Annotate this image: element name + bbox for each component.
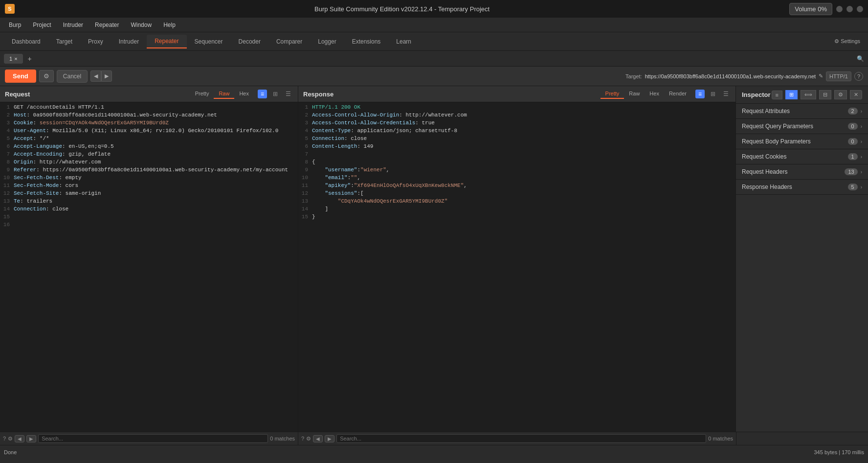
resp-view-toggle1[interactable]: ≡ [695, 90, 705, 98]
resp-tab-hex[interactable]: Hex [645, 89, 664, 99]
req-hdrs-label: Request Headers [742, 168, 787, 175]
main-tabbar: Dashboard Target Proxy Intruder Repeater… [0, 32, 868, 51]
req-tab-hex[interactable]: Hex [234, 89, 254, 99]
close-tab-icon[interactable]: × [14, 56, 17, 62]
search-btn[interactable]: 🔍 [857, 55, 864, 62]
http-version[interactable]: HTTP/1 [826, 71, 851, 81]
inspector-section-request-body-params[interactable]: Request Body Parameters 0 › [736, 134, 868, 149]
gear-button[interactable]: ⚙ [39, 70, 54, 82]
menu-project[interactable]: Project [28, 20, 56, 30]
insp-close-btn[interactable]: ✕ [850, 90, 862, 99]
req-view-toggle3[interactable]: ☰ [284, 90, 293, 98]
req-attr-chevron: › [861, 109, 862, 114]
resp-line-14: 14 ] [298, 206, 735, 214]
request-search-input[interactable] [38, 434, 268, 443]
volume-popup: Volume 0% [789, 3, 832, 15]
resp-line-5: 5 Connection: close [298, 136, 735, 143]
inspector-section-request-headers[interactable]: Request Headers 13 › [736, 164, 868, 180]
req-line-5: 5 Accept: */* [0, 136, 298, 143]
repeater-tab-1[interactable]: 1 × [4, 54, 23, 64]
tab-sequencer[interactable]: Sequencer [187, 35, 231, 48]
request-tabs: Pretty Raw Hex [190, 89, 254, 99]
req-search-gear[interactable]: ⚙ [8, 436, 13, 442]
resp-line-13: 13 "CDqYAOk4wNdOQesrExGAR5YMI9BUrd0Z" [298, 198, 735, 206]
tab-learn[interactable]: Learn [388, 35, 419, 48]
req-search-next[interactable]: ▶ [26, 435, 36, 442]
req-tab-pretty[interactable]: Pretty [190, 89, 214, 99]
resp-hdrs-chevron: › [861, 185, 862, 190]
resp-tab-raw[interactable]: Raw [624, 89, 645, 99]
menu-help[interactable]: Help [158, 20, 180, 30]
tab-proxy[interactable]: Proxy [80, 35, 111, 48]
resp-search-gear[interactable]: ⚙ [306, 436, 311, 442]
req-search-prev[interactable]: ◀ [15, 435, 24, 442]
resp-search-next[interactable]: ▶ [325, 435, 334, 442]
req-view-toggle1[interactable]: ≡ [258, 90, 267, 98]
minimize-btn[interactable] [836, 6, 843, 12]
resp-line-6: 6 Content-Length: 149 [298, 143, 735, 151]
tab-logger[interactable]: Logger [310, 35, 344, 48]
resp-tab-render[interactable]: Render [664, 89, 691, 99]
resp-tab-pretty[interactable]: Pretty [601, 89, 624, 99]
next-button[interactable]: ▶ [101, 70, 112, 82]
menu-burp[interactable]: Burp [4, 20, 26, 30]
inspector-section-request-attributes[interactable]: Request Attributes 2 › [736, 104, 868, 119]
insp-tab-btn-1[interactable]: ≡ [772, 91, 782, 99]
tab-dashboard[interactable]: Dashboard [4, 35, 48, 48]
prev-button[interactable]: ◀ [90, 70, 101, 82]
request-title: Request [5, 91, 30, 98]
tab-decoder[interactable]: Decoder [231, 35, 268, 48]
cancel-button[interactable]: Cancel [57, 70, 88, 83]
response-tabs: Pretty Raw Hex Render [601, 89, 691, 99]
close-btn[interactable] [857, 6, 863, 12]
send-button[interactable]: Send [5, 69, 36, 83]
response-search-input[interactable] [336, 434, 706, 443]
settings-button[interactable]: ⚙ Settings [830, 36, 864, 46]
add-tab-btn[interactable]: + [25, 53, 35, 65]
req-attr-label: Request Attributes [742, 108, 790, 115]
req-search-help[interactable]: ? [3, 436, 6, 441]
resp-line-4: 4 Content-Type: application/json; charse… [298, 128, 735, 136]
resp-line-15: 15 } [298, 214, 735, 222]
resp-search-help[interactable]: ? [301, 436, 304, 441]
tab-repeater[interactable]: Repeater [147, 35, 186, 48]
menu-repeater[interactable]: Repeater [90, 20, 124, 30]
insp-tab-btn-2[interactable]: ⊞ [785, 90, 798, 99]
req-cookies-label: Request Cookies [742, 153, 786, 160]
menu-intruder[interactable]: Intruder [58, 20, 88, 30]
req-view-toggle2[interactable]: ⊞ [271, 90, 280, 98]
resp-hdrs-label: Response Headers [742, 184, 792, 190]
search-bars: ? ⚙ ◀ ▶ 0 matches ? ⚙ ◀ ▶ 0 matches [0, 432, 868, 445]
tab-target[interactable]: Target [48, 35, 80, 48]
target-info: Target: https://0a9500f803bff6a8c0e1d114… [625, 71, 863, 81]
inspector-section-response-headers[interactable]: Response Headers 5 › [736, 180, 868, 195]
req-tab-raw[interactable]: Raw [214, 89, 234, 99]
insp-align-btn-1[interactable]: ⟺ [801, 90, 816, 99]
resp-search-prev[interactable]: ◀ [313, 435, 323, 442]
resp-view-toggle2[interactable]: ⊞ [709, 90, 717, 98]
request-code-area[interactable]: 1 GET /accountDetails HTTP/1.1 2 Host: 0… [0, 102, 298, 432]
req-line-3: 3 Cookie: session=CDqYAOk4wNdOQesrExGAR5… [0, 120, 298, 128]
req-cookies-badge: 1 [848, 153, 858, 160]
req-bp-badge: 0 [848, 138, 858, 145]
help-circle-btn[interactable]: ? [854, 72, 863, 81]
main-area: Request Pretty Raw Hex ≡ ⊞ ☰ 1 GET /acco… [0, 86, 868, 432]
inspector-panel: Inspector ≡ ⊞ ⟺ ⊟ ⚙ ✕ Request Attributes… [736, 86, 868, 432]
maximize-btn[interactable] [846, 6, 853, 12]
request-panel-header: Request Pretty Raw Hex ≡ ⊞ ☰ [0, 86, 298, 102]
resp-view-toggle3[interactable]: ☰ [721, 90, 731, 98]
menu-window[interactable]: Window [126, 20, 156, 30]
tab-comparer[interactable]: Comparer [268, 35, 310, 48]
resp-hdrs-badge: 5 [848, 184, 858, 190]
tab-extensions[interactable]: Extensions [344, 35, 389, 48]
insp-gear-btn[interactable]: ⚙ [834, 90, 847, 99]
edit-target-icon[interactable]: ✎ [819, 73, 823, 79]
tab-intruder[interactable]: Intruder [111, 35, 147, 48]
response-code-area[interactable]: 1 HTTP/1.1 200 OK 2 Access-Control-Allow… [298, 102, 735, 432]
inspector-section-request-query-params[interactable]: Request Query Parameters 0 › [736, 119, 868, 134]
menubar: Burp Project Intruder Repeater Window He… [0, 18, 868, 32]
insp-align-btn-2[interactable]: ⊟ [819, 90, 831, 99]
req-qp-label: Request Query Parameters [742, 123, 813, 130]
inspector-section-request-cookies[interactable]: Request Cookies 1 › [736, 149, 868, 164]
req-hdrs-badge: 13 [845, 168, 857, 175]
